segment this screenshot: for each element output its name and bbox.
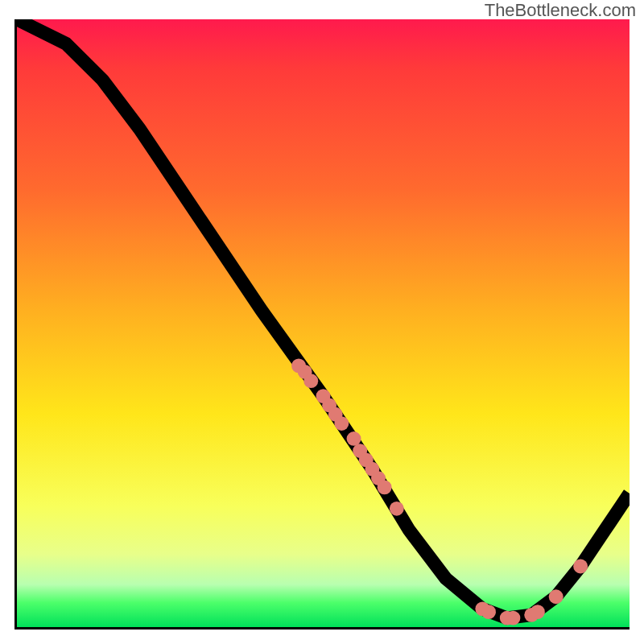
attribution-text: TheBottleneck.com: [485, 0, 636, 21]
data-point: [573, 559, 588, 574]
data-point: [530, 605, 545, 619]
data-point: [549, 589, 564, 604]
data-point: [347, 431, 361, 446]
data-point: [506, 611, 520, 625]
data-point: [481, 605, 496, 619]
plot-area: [14, 19, 630, 630]
data-point: [390, 502, 404, 516]
data-points: [291, 358, 588, 625]
bottleneck-curve: [17, 19, 630, 618]
data-point: [378, 480, 392, 494]
data-point: [303, 374, 318, 388]
data-point: [334, 416, 349, 431]
chart-container: TheBottleneck.com: [0, 0, 644, 644]
chart-svg: [17, 19, 630, 627]
